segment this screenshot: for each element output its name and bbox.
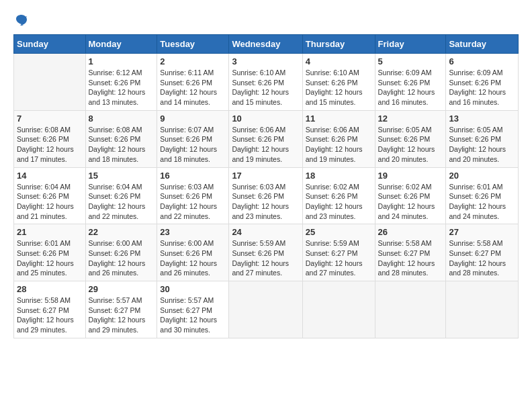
cell-content: Daylight: 12 hours xyxy=(89,201,154,212)
cell-content: and 26 minutes. xyxy=(160,268,226,278)
header xyxy=(13,13,519,30)
cell-content: Daylight: 12 hours xyxy=(17,315,83,325)
cell-content: Daylight: 12 hours xyxy=(89,315,154,325)
day-number: 4 xyxy=(306,56,372,66)
cell-content: Daylight: 12 hours xyxy=(378,259,443,269)
calendar-cell: 29Sunrise: 5:57 AMSunset: 6:27 PMDayligh… xyxy=(85,281,157,338)
cell-content: Sunset: 6:26 PM xyxy=(160,191,226,201)
cell-content: and 14 minutes. xyxy=(160,97,226,107)
weekday-header-friday: Friday xyxy=(375,35,446,54)
cell-content: Sunset: 6:26 PM xyxy=(17,191,83,201)
cell-content: Sunset: 6:26 PM xyxy=(449,134,515,144)
calendar-week-row: 1Sunrise: 6:12 AMSunset: 6:26 PMDaylight… xyxy=(14,54,519,111)
cell-content: Sunrise: 6:07 AM xyxy=(160,125,226,135)
cell-content: Daylight: 12 hours xyxy=(306,201,372,212)
cell-content: and 30 minutes. xyxy=(160,325,226,335)
calendar-cell: 1Sunrise: 6:12 AMSunset: 6:26 PMDaylight… xyxy=(85,54,157,111)
calendar-cell: 18Sunrise: 6:02 AMSunset: 6:26 PMDayligh… xyxy=(302,167,375,224)
cell-content: and 17 minutes. xyxy=(17,154,83,165)
day-number: 19 xyxy=(378,171,443,181)
cell-content: and 28 minutes. xyxy=(449,268,515,278)
cell-content: Sunset: 6:26 PM xyxy=(306,78,372,88)
calendar-cell: 15Sunrise: 6:04 AMSunset: 6:26 PMDayligh… xyxy=(85,167,157,224)
day-number: 25 xyxy=(306,227,372,237)
calendar-cell: 13Sunrise: 6:05 AMSunset: 6:26 PMDayligh… xyxy=(446,110,519,167)
day-number: 13 xyxy=(449,113,515,124)
cell-content: Sunset: 6:26 PM xyxy=(89,191,154,201)
calendar-cell xyxy=(375,281,446,338)
calendar-cell: 30Sunrise: 5:57 AMSunset: 6:27 PMDayligh… xyxy=(157,281,229,338)
calendar-cell: 22Sunrise: 6:00 AMSunset: 6:26 PMDayligh… xyxy=(85,224,157,281)
weekday-header-saturday: Saturday xyxy=(446,35,519,54)
cell-content: and 20 minutes. xyxy=(449,154,515,165)
day-number: 14 xyxy=(17,171,83,181)
calendar-cell: 12Sunrise: 6:05 AMSunset: 6:26 PMDayligh… xyxy=(375,110,446,167)
cell-content: Sunrise: 6:06 AM xyxy=(306,125,372,135)
cell-content: Sunset: 6:26 PM xyxy=(17,248,83,259)
cell-content: Sunrise: 6:03 AM xyxy=(232,182,299,192)
calendar-cell: 25Sunrise: 5:59 AMSunset: 6:27 PMDayligh… xyxy=(302,224,375,281)
cell-content: Sunset: 6:26 PM xyxy=(449,78,515,88)
day-number: 6 xyxy=(449,56,515,66)
calendar-cell: 5Sunrise: 6:09 AMSunset: 6:26 PMDaylight… xyxy=(375,54,446,111)
cell-content: Sunset: 6:26 PM xyxy=(160,134,226,144)
cell-content: and 24 minutes. xyxy=(449,212,515,222)
calendar-cell: 10Sunrise: 6:06 AMSunset: 6:26 PMDayligh… xyxy=(229,110,302,167)
calendar-cell: 8Sunrise: 6:08 AMSunset: 6:26 PMDaylight… xyxy=(85,110,157,167)
calendar-header-row: SundayMondayTuesdayWednesdayThursdayFrid… xyxy=(14,35,519,54)
day-number: 12 xyxy=(378,113,443,124)
cell-content: and 16 minutes. xyxy=(449,97,515,107)
cell-content: Daylight: 12 hours xyxy=(449,144,515,154)
cell-content: Daylight: 12 hours xyxy=(17,144,83,154)
cell-content: Sunrise: 6:01 AM xyxy=(449,182,515,192)
calendar-cell: 2Sunrise: 6:11 AMSunset: 6:26 PMDaylight… xyxy=(157,54,229,111)
calendar-cell xyxy=(14,54,86,111)
cell-content: Sunset: 6:27 PM xyxy=(17,306,83,316)
cell-content: Sunrise: 5:59 AM xyxy=(306,238,372,248)
day-number: 22 xyxy=(89,227,154,237)
day-number: 5 xyxy=(378,56,443,66)
cell-content: Daylight: 12 hours xyxy=(232,259,299,269)
cell-content: Daylight: 12 hours xyxy=(160,201,226,212)
day-number: 16 xyxy=(160,171,226,181)
cell-content: and 15 minutes. xyxy=(306,97,372,107)
cell-content: Sunset: 6:26 PM xyxy=(232,78,299,88)
calendar-cell: 19Sunrise: 6:02 AMSunset: 6:26 PMDayligh… xyxy=(375,167,446,224)
cell-content: Sunrise: 6:09 AM xyxy=(378,68,443,78)
cell-content: Sunrise: 6:00 AM xyxy=(89,238,154,248)
day-number: 29 xyxy=(89,284,154,294)
cell-content: Sunrise: 6:11 AM xyxy=(160,68,226,78)
cell-content: Sunset: 6:26 PM xyxy=(232,191,299,201)
cell-content: and 16 minutes. xyxy=(378,97,443,107)
cell-content: Sunrise: 6:12 AM xyxy=(89,68,154,78)
cell-content: Sunrise: 5:57 AM xyxy=(89,295,154,306)
day-number: 3 xyxy=(232,56,299,66)
cell-content: Sunset: 6:27 PM xyxy=(306,248,372,259)
cell-content: Sunset: 6:26 PM xyxy=(232,134,299,144)
weekday-header-monday: Monday xyxy=(85,35,157,54)
calendar-cell: 4Sunrise: 6:10 AMSunset: 6:26 PMDaylight… xyxy=(302,54,375,111)
day-number: 30 xyxy=(160,284,226,294)
calendar-cell: 11Sunrise: 6:06 AMSunset: 6:26 PMDayligh… xyxy=(302,110,375,167)
day-number: 27 xyxy=(449,227,515,237)
day-number: 7 xyxy=(17,113,83,124)
cell-content: Daylight: 12 hours xyxy=(89,87,154,97)
cell-content: Daylight: 12 hours xyxy=(160,144,226,154)
day-number: 24 xyxy=(232,227,299,237)
cell-content: Daylight: 12 hours xyxy=(378,144,443,154)
cell-content: Daylight: 12 hours xyxy=(17,259,83,269)
cell-content: Daylight: 12 hours xyxy=(232,87,299,97)
cell-content: Sunrise: 5:58 AM xyxy=(17,295,83,306)
calendar-cell: 9Sunrise: 6:07 AMSunset: 6:26 PMDaylight… xyxy=(157,110,229,167)
cell-content: Daylight: 12 hours xyxy=(449,259,515,269)
day-number: 15 xyxy=(89,171,154,181)
cell-content: Sunset: 6:26 PM xyxy=(378,78,443,88)
cell-content: Sunrise: 5:58 AM xyxy=(378,238,443,248)
cell-content: Daylight: 12 hours xyxy=(89,259,154,269)
calendar-cell: 6Sunrise: 6:09 AMSunset: 6:26 PMDaylight… xyxy=(446,54,519,111)
cell-content: and 13 minutes. xyxy=(89,97,154,107)
calendar-cell: 20Sunrise: 6:01 AMSunset: 6:26 PMDayligh… xyxy=(446,167,519,224)
day-number: 18 xyxy=(306,171,372,181)
cell-content: Daylight: 12 hours xyxy=(449,87,515,97)
logo xyxy=(13,13,28,30)
